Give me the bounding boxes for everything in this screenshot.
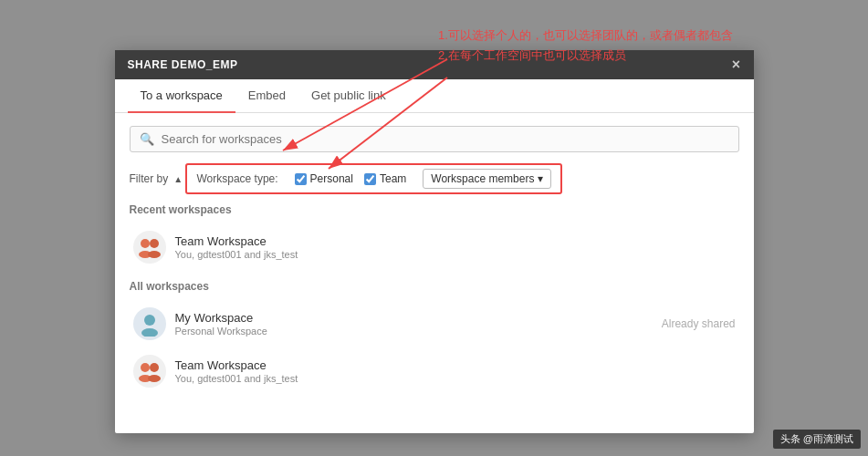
all-team-name: Team Workspace xyxy=(175,358,736,372)
recent-team-sub: You, gdtest001 and jks_test xyxy=(175,249,736,260)
annotation-block: 1.可以选择个人的，也可以选择团队的，或者偶者都包含 2.在每个工作空间中也可以… xyxy=(438,27,733,60)
modal-body: 🔍 Filter by ▲ Workspace type: Personal xyxy=(115,113,754,408)
team-avatar-all xyxy=(133,355,166,388)
tab-embed[interactable]: Embed xyxy=(235,79,298,113)
modal-overlay: 1.可以选择个人的，也可以选择团队的，或者偶者都包含 2.在每个工作空间中也可以… xyxy=(0,0,868,456)
checkbox-personal[interactable]: Personal xyxy=(295,172,353,185)
personal-checkbox[interactable] xyxy=(295,173,307,185)
personal-avatar xyxy=(133,307,166,340)
svg-point-9 xyxy=(141,363,150,372)
recent-section-title: Recent workspaces xyxy=(130,203,739,216)
members-dropdown-label: Workspace members xyxy=(431,172,534,185)
already-shared-badge: Already shared xyxy=(662,317,736,330)
annotation-line2: 2.在每个工作空间中也可以选择成员 xyxy=(438,47,733,64)
watermark: 头条 @雨滴测试 xyxy=(773,430,861,449)
filter-row: Filter by ▲ Workspace type: Personal Tea… xyxy=(130,163,739,194)
tab-workspace[interactable]: To a workspace xyxy=(128,79,235,113)
team-avatar-recent xyxy=(133,231,166,264)
recent-team-name: Team Workspace xyxy=(175,234,736,248)
members-dropdown-icon: ▾ xyxy=(538,172,543,185)
modal-tabs: To a workspace Embed Get public link xyxy=(115,79,754,113)
personal-info: My Workspace Personal Workspace xyxy=(175,311,662,337)
personal-name: My Workspace xyxy=(175,311,662,325)
personal-sub: Personal Workspace xyxy=(175,326,662,337)
svg-point-7 xyxy=(144,315,155,326)
personal-label: Personal xyxy=(310,172,353,185)
checkbox-team[interactable]: Team xyxy=(364,172,406,185)
share-modal: SHARE DEMO_EMP × To a workspace Embed Ge… xyxy=(115,50,754,433)
search-bar: 🔍 xyxy=(130,126,739,152)
svg-point-8 xyxy=(141,328,158,337)
recent-team-info: Team Workspace You, gdtest001 and jks_te… xyxy=(175,234,736,260)
svg-point-3 xyxy=(141,239,150,248)
close-button[interactable]: × xyxy=(732,57,741,72)
recent-workspace-team[interactable]: Team Workspace You, gdtest001 and jks_te… xyxy=(130,223,739,271)
all-workspace-personal[interactable]: My Workspace Personal Workspace Already … xyxy=(130,300,739,347)
svg-point-4 xyxy=(150,239,159,248)
filter-options-box: Workspace type: Personal Team Workspace … xyxy=(185,163,562,194)
modal-title: SHARE DEMO_EMP xyxy=(128,58,238,71)
tab-public-link[interactable]: Get public link xyxy=(298,79,399,113)
all-team-info: Team Workspace You, gdtest001 and jks_te… xyxy=(175,358,736,384)
svg-point-6 xyxy=(148,251,161,258)
filter-triangle-icon: ▲ xyxy=(173,174,183,184)
all-workspace-team[interactable]: Team Workspace You, gdtest001 and jks_te… xyxy=(130,347,739,395)
search-input[interactable] xyxy=(162,132,729,146)
team-checkbox[interactable] xyxy=(364,173,376,185)
all-team-sub: You, gdtest001 and jks_test xyxy=(175,373,736,384)
svg-point-10 xyxy=(150,363,159,372)
annotation-line1: 1.可以选择个人的，也可以选择团队的，或者偶者都包含 xyxy=(438,27,733,44)
filter-label: Filter by xyxy=(130,172,169,185)
all-section-title: All workspaces xyxy=(130,280,739,293)
svg-point-12 xyxy=(148,375,161,382)
filter-options-label: Workspace type: xyxy=(196,172,277,185)
team-label: Team xyxy=(380,172,406,185)
search-icon: 🔍 xyxy=(140,132,154,146)
members-dropdown[interactable]: Workspace members ▾ xyxy=(423,169,551,189)
